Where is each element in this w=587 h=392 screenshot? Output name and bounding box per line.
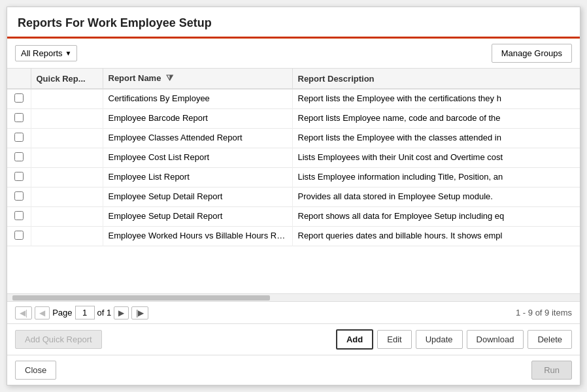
row-report-description: Report shows all data for Employee Setup…: [292, 207, 580, 227]
reports-table: Quick Rep... Report Name ⧩ Report Descri…: [7, 69, 580, 246]
row-checkbox[interactable]: [14, 93, 24, 103]
row-quick-cell: [31, 188, 103, 207]
row-quick-cell: [31, 227, 103, 246]
action-left: Add Quick Report: [15, 330, 102, 349]
download-button[interactable]: Download: [467, 330, 524, 349]
add-quick-report-button[interactable]: Add Quick Report: [15, 330, 102, 349]
row-checkbox[interactable]: [14, 211, 24, 220]
table-row: Employee Barcode ReportReport lists Empl…: [7, 109, 580, 129]
table-row: Employee Setup Detail ReportProvides all…: [7, 188, 580, 207]
col-header-quick-report: Quick Rep...: [31, 69, 103, 89]
row-report-name: Employee Setup Detail Report: [103, 188, 292, 207]
row-checkbox[interactable]: [14, 113, 24, 122]
table-container: Quick Rep... Report Name ⧩ Report Descri…: [7, 69, 580, 302]
row-report-name: Employee Cost List Report: [103, 148, 292, 168]
row-checkbox[interactable]: [14, 152, 24, 161]
row-check-cell: [7, 168, 31, 188]
reports-dialog: Reports For Work Employee Setup All Repo…: [7, 7, 580, 385]
items-label: 1 - 9 of 9 items: [516, 308, 572, 318]
table-body: Certifications By EmployeeReport lists t…: [7, 89, 580, 246]
pagination-bar: ◀| ◀ Page of 1 ▶ |▶ 1 - 9 of 9 items: [7, 302, 580, 324]
row-checkbox[interactable]: [14, 231, 24, 240]
run-button[interactable]: Run: [531, 361, 572, 380]
table-row: Employee Classes Attended ReportReport l…: [7, 129, 580, 148]
row-report-name: Employee Setup Detail Report: [103, 207, 292, 227]
row-check-cell: [7, 148, 31, 168]
row-checkbox[interactable]: [14, 133, 24, 142]
row-report-description: Report lists Employee name, code and bar…: [292, 109, 580, 129]
h-scroll-thumb: [12, 295, 270, 301]
update-button[interactable]: Update: [416, 330, 463, 349]
row-quick-cell: [31, 168, 103, 188]
table-row: Employee Setup Detail ReportReport shows…: [7, 207, 580, 227]
row-report-description: Report lists the Employee with the class…: [292, 129, 580, 148]
action-bar: Add Quick Report Add Edit Update Downloa…: [7, 324, 580, 355]
filter-icon[interactable]: ⧩: [166, 73, 173, 83]
row-check-cell: [7, 207, 31, 227]
table-row: Employee List ReportLists Employee infor…: [7, 168, 580, 188]
delete-button[interactable]: Delete: [528, 330, 572, 349]
page-input[interactable]: [75, 306, 95, 319]
row-check-cell: [7, 188, 31, 207]
toolbar-left: All Reports ▼: [15, 45, 77, 61]
first-page-button[interactable]: ◀|: [15, 306, 32, 319]
row-report-name: Employee Classes Attended Report: [103, 129, 292, 148]
row-quick-cell: [31, 207, 103, 227]
row-report-description: Lists Employees with their Unit cost and…: [292, 148, 580, 168]
pagination-left: ◀| ◀ Page of 1 ▶ |▶: [15, 306, 148, 319]
next-page-button[interactable]: ▶: [114, 306, 129, 319]
close-button[interactable]: Close: [15, 361, 56, 380]
row-check-cell: [7, 227, 31, 246]
row-quick-cell: [31, 148, 103, 168]
row-quick-cell: [31, 89, 103, 109]
add-button[interactable]: Add: [336, 329, 373, 350]
horizontal-scrollbar[interactable]: [7, 293, 580, 301]
table-scroll[interactable]: Quick Rep... Report Name ⧩ Report Descri…: [7, 69, 580, 293]
of-label: of 1: [97, 308, 112, 318]
col-header-check: [7, 69, 31, 89]
table-row: Certifications By EmployeeReport lists t…: [7, 89, 580, 109]
all-reports-dropdown[interactable]: All Reports ▼: [15, 45, 77, 61]
table-row: Employee Worked Hours vs Billable Hours …: [7, 227, 580, 246]
edit-button[interactable]: Edit: [377, 330, 411, 349]
col-header-report-name: Report Name ⧩: [103, 69, 292, 89]
prev-page-button[interactable]: ◀: [35, 306, 50, 319]
table-row: Employee Cost List ReportLists Employees…: [7, 148, 580, 168]
row-report-description: Report lists the Employee with the certi…: [292, 89, 580, 109]
row-report-name: Employee Barcode Report: [103, 109, 292, 129]
row-check-cell: [7, 129, 31, 148]
row-report-name: Employee Worked Hours vs Billable Hours …: [103, 227, 292, 246]
col-header-report-desc: Report Description: [292, 69, 580, 89]
row-report-description: Report queries dates and billable hours.…: [292, 227, 580, 246]
row-checkbox[interactable]: [14, 172, 24, 181]
row-report-name: Employee List Report: [103, 168, 292, 188]
all-reports-label: All Reports: [21, 48, 63, 58]
row-check-cell: [7, 109, 31, 129]
row-report-description: Provides all data stored in Employee Set…: [292, 188, 580, 207]
toolbar: All Reports ▼ Manage Groups: [7, 39, 580, 69]
row-check-cell: [7, 89, 31, 109]
action-right: Add Edit Update Download Delete: [336, 329, 572, 350]
manage-groups-button[interactable]: Manage Groups: [492, 44, 572, 63]
row-checkbox[interactable]: [14, 191, 24, 201]
row-report-name: Certifications By Employee: [103, 89, 292, 109]
row-quick-cell: [31, 109, 103, 129]
dialog-header: Reports For Work Employee Setup: [7, 7, 580, 39]
dropdown-arrow: ▼: [65, 50, 72, 57]
row-report-description: Lists Employee information including Tit…: [292, 168, 580, 188]
page-label: Page: [52, 308, 72, 318]
footer-bar: Close Run: [7, 355, 580, 385]
dialog-title: Reports For Work Employee Setup: [18, 16, 212, 29]
last-page-button[interactable]: |▶: [131, 306, 148, 319]
row-quick-cell: [31, 129, 103, 148]
